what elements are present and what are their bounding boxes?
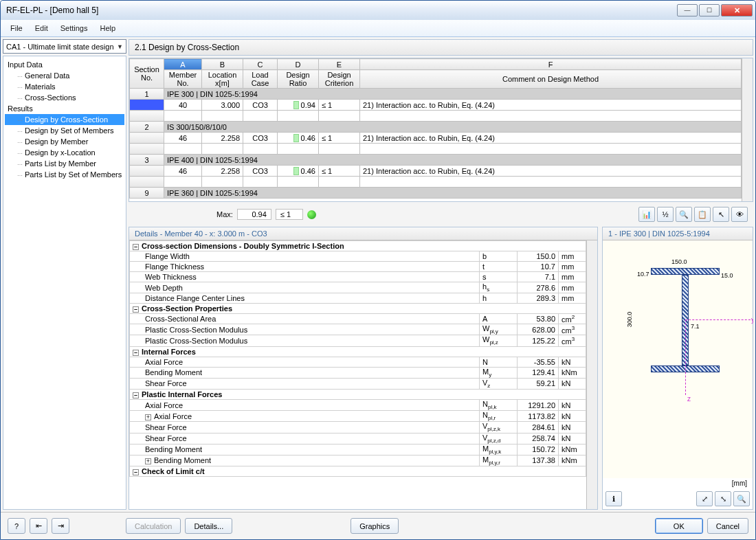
details-title: Details - Member 40 - x: 3.000 m - CO3 (129, 227, 597, 240)
tb-button-5[interactable]: ↖ (713, 207, 729, 222)
tree-cross-sections[interactable]: Cross-Sections (5, 92, 124, 103)
graphics-button[interactable]: Graphics (351, 518, 399, 534)
dim-off: 15.0 (721, 272, 733, 279)
tree-design-by-x-location[interactable]: Design by x-Location (5, 147, 124, 158)
case-combo[interactable]: CA1 - Ultimate limit state design ▼ (3, 39, 126, 54)
axis-y (685, 319, 753, 320)
details-table[interactable]: –Cross-section Dimensions - Doubly Symme… (129, 240, 586, 477)
col-B[interactable]: B (202, 59, 243, 70)
menu-file[interactable]: File (5, 22, 28, 34)
col-load-case[interactable]: Load Case (243, 70, 278, 89)
tree-design-by-member[interactable]: Design by Member (5, 136, 124, 147)
calculation-button[interactable]: Calculation (126, 518, 181, 534)
tb-button-1[interactable]: 📊 (638, 207, 655, 222)
col-A[interactable]: A (164, 59, 202, 70)
nav-tree: Input Data General Data Materials Cross-… (3, 56, 126, 510)
chevron-down-icon: ▼ (117, 43, 123, 50)
col-section-no[interactable]: Section No. (130, 59, 164, 89)
info-button[interactable]: ℹ (605, 491, 622, 506)
tree-general-data[interactable]: General Data (5, 70, 124, 81)
menu-edit[interactable]: Edit (30, 22, 54, 34)
cancel-button[interactable]: Cancel (707, 518, 748, 534)
col-design-ratio[interactable]: Design Ratio (278, 70, 319, 89)
col-E[interactable]: E (319, 59, 360, 70)
col-member-no[interactable]: Member No. (164, 70, 202, 89)
tree-materials[interactable]: Materials (5, 81, 124, 92)
case-combo-value: CA1 - Ultimate limit state design (6, 43, 114, 51)
axis-z (685, 319, 686, 395)
col-D[interactable]: D (278, 59, 319, 70)
details-scrollbar[interactable] (586, 240, 597, 509)
col-C[interactable]: C (243, 59, 278, 70)
col-location[interactable]: Location x[m] (202, 70, 243, 89)
tb-button-3[interactable]: 🔍 (676, 207, 692, 222)
col-comment[interactable]: Comment on Design Method (360, 70, 742, 89)
max-criterion: ≤ 1 (276, 209, 303, 220)
ok-button[interactable]: OK (655, 518, 703, 534)
export-button-2[interactable]: ⇥ (52, 518, 69, 534)
dim-t: 10.7 (637, 271, 649, 278)
panel-title: 2.1 Design by Cross-Section (129, 39, 753, 56)
axis-button-1[interactable]: ⤢ (696, 491, 713, 506)
results-grid[interactable]: Section No. A B C D E F Member No. Locat… (129, 58, 753, 202)
dim-h: 300.0 (626, 312, 633, 328)
tree-design-by-set-members[interactable]: Design by Set of Members (5, 125, 124, 136)
dim-s: 7.1 (691, 323, 700, 330)
tree-input-data[interactable]: Input Data (5, 59, 124, 70)
maximize-button[interactable]: ☐ (699, 4, 720, 16)
window-title: RF-EL-PL - [Demo hall 5] (6, 5, 676, 15)
ibeam-top-flange (651, 268, 720, 275)
preview-unit: [mm] (603, 478, 753, 488)
menu-help[interactable]: Help (94, 22, 121, 34)
menu-settings[interactable]: Settings (55, 22, 93, 34)
tree-design-by-cross-section[interactable]: Design by Cross-Section (5, 114, 124, 125)
export-button-1[interactable]: ⇤ (30, 518, 47, 534)
preview-canvas[interactable]: y z 150.0 10.7 7.1 300.0 15.0 (603, 240, 753, 478)
tb-button-4[interactable]: 📋 (694, 207, 711, 222)
magnify-button[interactable]: 🔍 (733, 491, 750, 506)
max-value: 0.94 (237, 209, 271, 220)
axis-button-2[interactable]: ⤡ (715, 491, 731, 506)
tree-parts-member[interactable]: Parts List by Member (5, 158, 124, 169)
minimize-button[interactable]: — (677, 4, 698, 16)
axis-z-label: z (687, 395, 691, 403)
col-F[interactable]: F (360, 59, 742, 70)
grid-scrollbar[interactable] (742, 58, 753, 201)
tree-results[interactable]: Results (5, 103, 124, 114)
preview-title: 1 - IPE 300 | DIN 1025-5:1994 (603, 227, 753, 240)
help-button[interactable]: ? (8, 518, 25, 534)
status-ok-icon (307, 210, 316, 219)
max-label: Max: (216, 210, 233, 218)
details-button[interactable]: Details... (185, 518, 232, 534)
tb-button-2[interactable]: ½ (657, 207, 674, 222)
col-design-criterion[interactable]: Design Criterion (319, 70, 360, 89)
dim-width: 150.0 (671, 258, 687, 265)
axis-y-label: y (751, 316, 753, 324)
tree-parts-set[interactable]: Parts List by Set of Members (5, 169, 124, 180)
close-button[interactable]: ✕ (721, 4, 753, 16)
titlebar[interactable]: RF-EL-PL - [Demo hall 5] — ☐ ✕ (1, 1, 755, 20)
menubar: File Edit Settings Help (1, 20, 755, 37)
tb-button-6[interactable]: 👁 (731, 207, 748, 222)
